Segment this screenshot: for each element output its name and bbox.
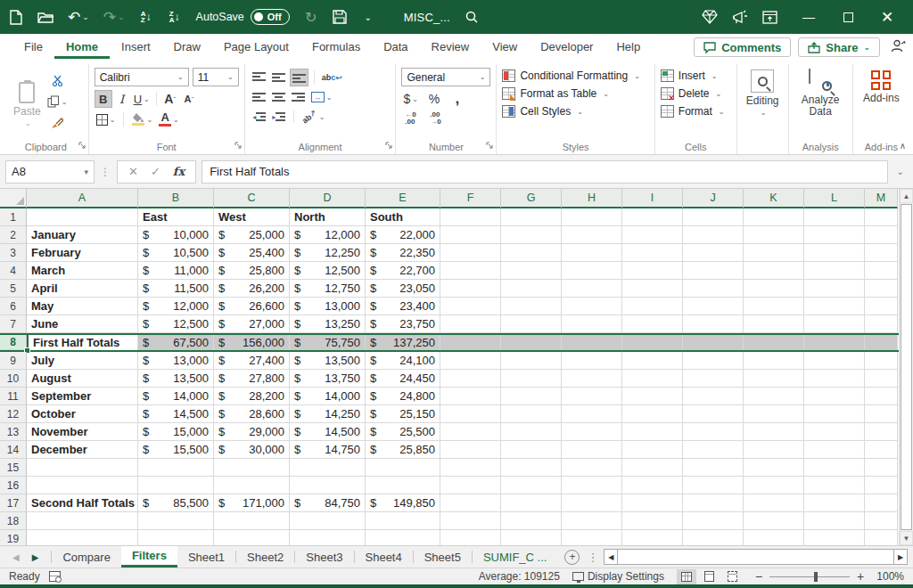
cell[interactable] — [440, 530, 501, 545]
row-header[interactable]: 10 — [0, 370, 27, 388]
cell[interactable]: $11,500 — [138, 280, 214, 298]
cell[interactable] — [804, 315, 865, 333]
cell[interactable]: $29,000 — [214, 423, 290, 441]
cell[interactable] — [622, 208, 683, 226]
zoom-level[interactable]: 100% — [876, 570, 904, 583]
tab-file[interactable]: File — [12, 36, 54, 59]
sheet-tab-filters[interactable]: Filters — [121, 546, 177, 568]
comma-style-button[interactable]: , — [448, 90, 466, 108]
cell[interactable] — [865, 477, 898, 494]
cell[interactable]: June — [27, 315, 138, 333]
cell[interactable] — [865, 405, 898, 423]
normal-view-button[interactable] — [677, 569, 696, 584]
cell[interactable] — [622, 244, 683, 262]
cell[interactable] — [865, 208, 898, 226]
cell[interactable]: $23,050 — [366, 280, 440, 298]
sheet-tab-sheet3[interactable]: Sheet3 — [295, 546, 353, 568]
cell[interactable] — [683, 352, 744, 370]
column-header[interactable]: I — [622, 189, 683, 208]
cell[interactable] — [562, 262, 622, 280]
cell[interactable] — [804, 298, 865, 315]
row-header[interactable]: 2 — [0, 226, 27, 244]
cell[interactable] — [744, 405, 804, 423]
cell[interactable]: West — [214, 208, 290, 226]
cell[interactable] — [683, 405, 744, 423]
cell[interactable] — [622, 423, 683, 441]
clipboard-dialog-launcher[interactable] — [78, 138, 86, 151]
cell[interactable] — [744, 388, 804, 405]
cell[interactable]: $27,800 — [214, 370, 290, 388]
cell[interactable]: $30,000 — [214, 441, 290, 459]
cell[interactable] — [138, 477, 214, 494]
format-as-table-button[interactable]: Format as Table⌄ — [502, 87, 648, 100]
cell[interactable] — [622, 226, 683, 244]
cell[interactable] — [804, 477, 865, 494]
cell[interactable] — [622, 459, 683, 477]
cell[interactable] — [865, 530, 898, 545]
cell[interactable] — [214, 530, 290, 545]
cell[interactable] — [366, 459, 440, 477]
row-header[interactable]: 18 — [0, 512, 27, 530]
cell[interactable] — [501, 405, 562, 423]
cell[interactable] — [804, 423, 865, 441]
formula-bar-handle[interactable]: ⋮ — [100, 166, 111, 178]
share-button[interactable]: Share ⌄ — [798, 37, 880, 57]
row-header[interactable]: 4 — [0, 262, 27, 280]
tab-help[interactable]: Help — [605, 36, 652, 59]
cell[interactable] — [27, 477, 138, 494]
percent-style-button[interactable]: % — [425, 90, 443, 108]
zoom-slider-track[interactable] — [769, 576, 850, 577]
cell[interactable]: $13,500 — [290, 352, 366, 370]
column-header[interactable]: K — [744, 189, 804, 208]
cell[interactable]: $137,250 — [366, 335, 440, 350]
cell[interactable] — [683, 262, 744, 280]
cell[interactable] — [440, 477, 501, 494]
expand-formula-bar-icon[interactable]: ⌄ — [893, 167, 908, 176]
cell[interactable]: $24,450 — [366, 370, 440, 388]
scroll-left-icon[interactable]: ◀ — [604, 549, 618, 565]
column-header[interactable]: J — [683, 189, 744, 208]
increase-indent-button[interactable]: ▸ — [270, 108, 288, 126]
cell[interactable]: February — [27, 244, 138, 262]
cell[interactable] — [744, 226, 804, 244]
cell[interactable]: North — [290, 208, 366, 226]
cell[interactable]: $10,000 — [138, 226, 214, 244]
row-header[interactable]: 8 — [0, 335, 27, 350]
align-right-button[interactable] — [290, 88, 308, 106]
cell[interactable] — [440, 315, 501, 333]
cell[interactable]: $85,500 — [138, 494, 214, 512]
user-icon[interactable] — [891, 39, 906, 55]
cell[interactable] — [683, 388, 744, 405]
tab-page-layout[interactable]: Page Layout — [212, 36, 300, 59]
font-name-select[interactable]: Calibri⌄ — [95, 68, 189, 86]
cell[interactable] — [683, 335, 744, 350]
row-header[interactable]: 1 — [0, 208, 27, 226]
cell[interactable] — [501, 512, 562, 530]
cell[interactable] — [622, 494, 683, 512]
bold-button[interactable]: B — [95, 90, 112, 108]
row-header[interactable]: 19 — [0, 530, 27, 545]
cell[interactable] — [440, 352, 501, 370]
cell[interactable] — [501, 226, 562, 244]
cell[interactable]: $22,350 — [366, 244, 440, 262]
cell[interactable] — [562, 423, 622, 441]
row-header[interactable]: 5 — [0, 280, 27, 298]
column-header[interactable]: D — [290, 189, 366, 208]
bottom-align-button[interactable] — [290, 69, 308, 86]
tab-draw[interactable]: Draw — [162, 36, 212, 59]
cell[interactable] — [440, 335, 501, 350]
cell[interactable] — [27, 459, 138, 477]
cell[interactable]: $12,000 — [138, 298, 214, 315]
cell[interactable] — [865, 335, 898, 350]
vertical-scrollbar[interactable]: ▲ ▼ — [899, 189, 913, 545]
cell[interactable] — [865, 512, 898, 530]
tab-review[interactable]: Review — [420, 36, 481, 59]
sort-za-icon[interactable]: ZA↓ — [168, 8, 182, 26]
column-header[interactable]: L — [804, 189, 865, 208]
italic-button[interactable]: I — [113, 90, 131, 108]
cell[interactable]: $13,000 — [138, 352, 214, 370]
row-header[interactable]: 6 — [0, 298, 27, 315]
cell[interactable] — [744, 244, 804, 262]
cell[interactable] — [562, 530, 622, 545]
cell[interactable] — [27, 208, 138, 226]
